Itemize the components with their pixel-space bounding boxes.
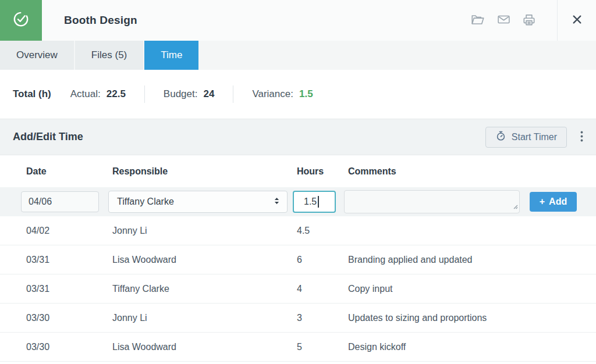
actual-label: Actual: bbox=[70, 88, 101, 100]
circle-check-icon bbox=[12, 10, 30, 31]
hours-input[interactable]: 1.5 bbox=[293, 191, 336, 213]
variance-label: Variance: bbox=[252, 88, 293, 100]
budget-value: 24 bbox=[203, 88, 214, 100]
row-date: 04/02 bbox=[26, 226, 112, 236]
tab-bar: Overview Files (5) Time bbox=[0, 41, 596, 70]
row-comments: Updates to sizing and proportions bbox=[348, 313, 584, 323]
column-header-responsible: Responsible bbox=[112, 166, 297, 177]
printer-icon bbox=[522, 12, 537, 29]
move-to-folder-button[interactable] bbox=[470, 12, 486, 28]
row-hours: 3 bbox=[297, 313, 348, 323]
date-input[interactable] bbox=[21, 191, 99, 212]
row-responsible: Tiffany Clarke bbox=[112, 284, 297, 294]
row-responsible: Lisa Woodward bbox=[112, 342, 297, 352]
responsible-selected-value: Tiffany Clarke bbox=[117, 197, 272, 207]
more-options-button[interactable] bbox=[574, 127, 589, 148]
close-icon bbox=[572, 15, 582, 26]
row-comments: Design kickoff bbox=[348, 342, 584, 352]
row-hours: 6 bbox=[297, 255, 348, 265]
row-responsible: Jonny Li bbox=[112, 313, 297, 323]
page-title: Booth Design bbox=[64, 14, 137, 27]
kebab-menu-icon bbox=[580, 131, 583, 144]
row-hours: 5 bbox=[297, 342, 348, 352]
row-hours: 4.5 bbox=[297, 226, 348, 236]
row-responsible: Jonny Li bbox=[112, 226, 297, 236]
table-row: 03/31 Lisa Woodward 6 Branding applied a… bbox=[0, 245, 596, 274]
row-date: 03/30 bbox=[26, 342, 112, 352]
budget-label: Budget: bbox=[164, 88, 198, 100]
column-header-date: Date bbox=[26, 166, 112, 177]
table-row: 03/30 Lisa Woodward 5 Design kickoff bbox=[0, 333, 596, 362]
comments-field-wrap bbox=[344, 190, 520, 213]
row-responsible: Lisa Woodward bbox=[112, 255, 297, 265]
row-hours: 4 bbox=[297, 284, 348, 294]
tab-time[interactable]: Time bbox=[144, 41, 198, 70]
header-actions bbox=[470, 12, 537, 28]
tab-overview[interactable]: Overview bbox=[0, 41, 74, 70]
totals-separator bbox=[233, 85, 233, 103]
time-entry-form: Tiffany Clarke 1.5 + Add bbox=[0, 187, 596, 216]
row-date: 03/30 bbox=[26, 313, 112, 323]
table-row: 03/31 Tiffany Clarke 4 Copy input bbox=[0, 274, 596, 304]
responsible-select[interactable]: Tiffany Clarke bbox=[108, 191, 288, 213]
table-row: 03/30 Jonny Li 3 Updates to sizing and p… bbox=[0, 304, 596, 333]
row-date: 03/31 bbox=[26, 255, 112, 265]
modal-header: Booth Design bbox=[0, 0, 596, 41]
close-button[interactable] bbox=[558, 0, 596, 41]
table-row: 04/02 Jonny Li 4.5 bbox=[0, 216, 596, 245]
row-date: 03/31 bbox=[26, 284, 112, 294]
actual-value: 22.5 bbox=[107, 88, 126, 100]
add-button-label: Add bbox=[549, 197, 567, 207]
tab-files[interactable]: Files (5) bbox=[75, 41, 143, 70]
plus-icon: + bbox=[540, 197, 545, 207]
column-header-comments: Comments bbox=[348, 166, 584, 177]
email-button[interactable] bbox=[495, 12, 512, 28]
variance-value: 1.5 bbox=[299, 88, 313, 100]
section-title: Add/Edit Time bbox=[13, 131, 83, 143]
task-modal: Booth Design bbox=[0, 0, 596, 364]
start-timer-button[interactable]: Start Timer bbox=[485, 127, 567, 148]
totals-title: Total (h) bbox=[13, 88, 51, 100]
time-table-header: Date Responsible Hours Comments bbox=[0, 155, 596, 187]
section-actions: Start Timer bbox=[485, 127, 589, 148]
column-header-hours: Hours bbox=[297, 166, 348, 177]
mail-icon bbox=[496, 12, 511, 28]
task-status-button[interactable] bbox=[0, 0, 42, 41]
start-timer-label: Start Timer bbox=[512, 132, 557, 142]
totals-bar: Total (h) Actual: 22.5 Budget: 24 Varian… bbox=[0, 70, 596, 119]
row-comments: Copy input bbox=[348, 284, 584, 294]
add-time-button[interactable]: + Add bbox=[530, 192, 577, 212]
add-edit-time-section-header: Add/Edit Time Start Timer bbox=[0, 119, 596, 155]
hours-value: 1.5 bbox=[304, 197, 317, 207]
row-comments: Branding applied and updated bbox=[348, 255, 584, 265]
modal-bottom-edge bbox=[0, 362, 596, 364]
updown-arrows-icon bbox=[272, 196, 281, 208]
stopwatch-icon bbox=[495, 130, 506, 144]
text-cursor bbox=[318, 196, 319, 208]
print-button[interactable] bbox=[521, 12, 537, 28]
totals-separator bbox=[144, 85, 145, 103]
folder-open-icon bbox=[470, 12, 485, 29]
comments-textarea[interactable] bbox=[344, 190, 520, 213]
